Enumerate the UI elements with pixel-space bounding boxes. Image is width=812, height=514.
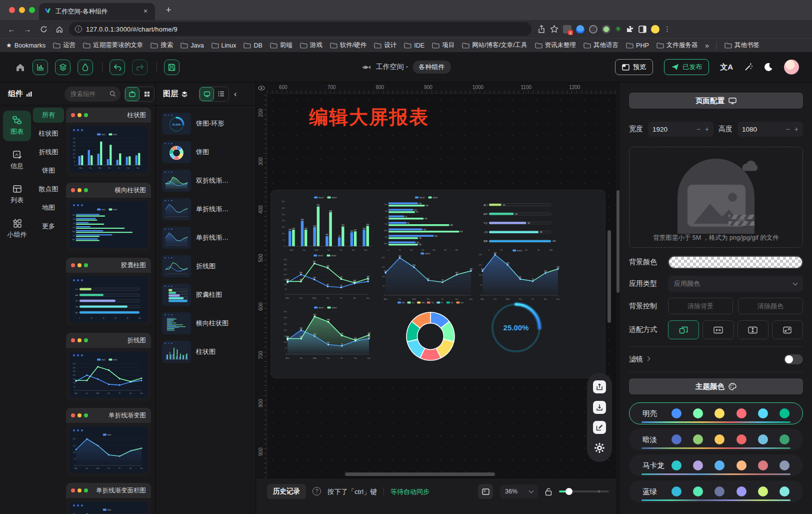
bookmarks-overflow-button[interactable]: » — [705, 42, 709, 50]
bookmark-folder[interactable]: 文件服务器 — [656, 41, 698, 50]
theme-row-明亮[interactable]: 明亮 — [629, 402, 803, 424]
bookmark-folder[interactable]: 软件/硬件 — [330, 41, 366, 50]
bookmark-folder[interactable]: 其他语言 — [584, 41, 618, 50]
new-tab-button[interactable]: + — [162, 4, 175, 17]
bookmark-folder[interactable]: 运营 — [53, 41, 76, 50]
grid-view-toggle[interactable] — [140, 87, 154, 101]
component-card[interactable]: 柱状图data1data2050100150200250300350MonTue… — [66, 108, 151, 176]
chart-horizontal-bar[interactable]: data1data2Sun130160Sat110117Fri70155Thu8… — [381, 195, 473, 251]
filter-toggle[interactable] — [784, 354, 803, 364]
layer-item[interactable]: 单折线渐… — [156, 223, 256, 252]
height-minus-button[interactable]: − — [786, 125, 790, 133]
import-button[interactable] — [593, 401, 606, 414]
bookmark-folder[interactable]: 网站/博客/文章/工具 — [462, 41, 527, 50]
bookmark-folder[interactable]: 设计 — [374, 41, 396, 50]
share-icon[interactable] — [538, 25, 546, 34]
single-view-toggle[interactable] — [125, 87, 140, 101]
chart-line[interactable]: data1data2050100150200250300350120200150… — [280, 253, 371, 299]
layer-item[interactable]: 饼图 — [156, 138, 256, 166]
browser-menu-icon[interactable]: ⋮ — [664, 25, 671, 33]
lock-icon[interactable] — [545, 487, 552, 496]
undo-button[interactable] — [110, 60, 125, 75]
component-card[interactable]: 单折线渐变图data1050100150200MonTueWedThuFriSa… — [66, 408, 151, 476]
vertical-scrollbar[interactable] — [608, 230, 611, 323]
extension-pin-icon[interactable] — [576, 25, 584, 34]
browser-tab[interactable]: 工作空间-各种组件 × — [39, 3, 155, 20]
dark-mode-moon-icon[interactable] — [764, 63, 773, 72]
bookmark-folder[interactable]: Linux — [212, 41, 236, 50]
save-button[interactable] — [164, 60, 180, 75]
thumbnail-view-toggle[interactable] — [200, 87, 214, 101]
height-input[interactable] — [742, 126, 768, 133]
theme-row-暗淡[interactable]: 暗淡 — [629, 428, 803, 450]
chart-line-gradient[interactable]: data10501001502001202001508070110130MonT… — [378, 251, 474, 300]
site-info-icon[interactable]: i — [75, 26, 82, 33]
edit-button[interactable] — [593, 421, 606, 434]
minimize-window-button[interactable] — [19, 7, 25, 13]
layer-item[interactable]: 胶囊柱图 — [156, 280, 256, 309]
chart-ring-progress[interactable]: 25.00% — [488, 299, 544, 356]
fit-width-button[interactable] — [702, 320, 734, 339]
bookmark-folder[interactable]: IDE — [404, 41, 424, 50]
chart-line-area[interactable]: data10501001502001202001508070110130MonT… — [475, 248, 561, 300]
clear-color-button[interactable]: 清除颜色 — [738, 298, 803, 314]
layer-item[interactable]: 双折线渐… — [156, 166, 256, 195]
chart-bar[interactable]: data1data2050100150200250300350120200150… — [278, 195, 374, 251]
chart-dual-area[interactable]: data1data2050100150200250300350120200150… — [280, 305, 372, 359]
user-avatar[interactable] — [784, 60, 799, 75]
layer-item[interactable]: 25.00%饼图-环形 — [156, 109, 256, 138]
zoom-slider-knob[interactable] — [566, 488, 572, 495]
extension-dark-icon[interactable] — [589, 25, 598, 34]
chart-pie[interactable]: MonTueWedThuFriSatSun — [391, 300, 470, 366]
component-card[interactable]: 胶囊柱图厦门南阳北京上海新疆020406080100 — [66, 258, 151, 326]
category-更多[interactable]: 更多 — [33, 219, 64, 234]
workspace-badge[interactable]: 各种组件 — [412, 61, 450, 74]
app-type-select[interactable]: 应用颜色 — [668, 276, 803, 292]
translate-icon[interactable]: 文A — [720, 63, 733, 72]
horizontal-scrollbar[interactable] — [345, 472, 495, 476]
category-地图[interactable]: 地图 — [33, 200, 64, 215]
export-button[interactable] — [593, 380, 606, 393]
bookmark-folder[interactable]: 搜索 — [150, 41, 173, 50]
layers-mode-button[interactable] — [55, 60, 70, 75]
close-window-button[interactable] — [9, 7, 15, 13]
bookmarks-manager[interactable]: ★ Bookmarks — [6, 42, 46, 49]
extensions-puzzle-icon[interactable] — [626, 25, 634, 33]
app-home-icon[interactable] — [15, 63, 26, 72]
home-icon[interactable] — [53, 23, 66, 36]
height-plus-button[interactable]: + — [794, 125, 798, 133]
back-icon[interactable]: ← — [5, 23, 18, 36]
profile-avatar[interactable] — [651, 25, 660, 34]
list-view-toggle[interactable] — [214, 87, 228, 101]
theme-row-蓝绿[interactable]: 蓝绿 — [629, 480, 803, 502]
component-card[interactable]: 单折线渐变面积图data1050100150200MonTueWedThuFri… — [66, 483, 151, 514]
sidebar-tab-widget[interactable]: 小组件 — [3, 214, 31, 244]
eye-icon[interactable] — [258, 86, 265, 91]
dashboard-preview[interactable]: data1data2050100150200250300350120200150… — [271, 190, 605, 378]
sidebar-toggle-icon[interactable] — [638, 26, 646, 33]
extension-star-icon[interactable]: ✳ — [615, 25, 622, 34]
reload-icon[interactable] — [37, 23, 50, 36]
magic-wand-icon[interactable] — [744, 63, 753, 72]
panel-scrollbar-thumb[interactable] — [616, 190, 620, 293]
layer-item[interactable]: 单折线渐… — [156, 195, 256, 223]
bookmark-folder[interactable]: PHP — [626, 41, 649, 50]
fit-height-button[interactable] — [738, 320, 768, 339]
chart-capsule[interactable]: 厦门20南阳40北京60上海80新疆100020406080100 — [477, 196, 560, 251]
sidebar-tab-chart[interactable]: 图表 — [3, 111, 31, 141]
bookmark-star-icon[interactable] — [550, 25, 558, 33]
bookmark-folder[interactable]: 近期需要读的文章 — [83, 41, 143, 50]
bookmark-folder[interactable]: DB — [244, 41, 262, 50]
layer-item[interactable]: 柱状图 — [156, 337, 256, 366]
category-饼图[interactable]: 饼图 — [33, 163, 64, 178]
component-card[interactable]: 横向柱状图data1data2SunSatFriThuWedTueMon — [66, 183, 151, 251]
screen-title-text[interactable]: 编辑大屏报表 — [309, 105, 429, 130]
bookmark-folder[interactable]: 项目 — [432, 41, 454, 50]
zoom-select[interactable]: 36% — [500, 484, 538, 498]
editor-canvas[interactable]: 6007008009001000110012001300 20030040050… — [256, 83, 616, 514]
zoom-slider[interactable] — [559, 490, 609, 492]
other-bookmarks-folder[interactable]: 其他书签 — [724, 41, 760, 50]
clear-background-button[interactable]: 清除背景 — [668, 298, 733, 314]
category-所有[interactable]: 所有 — [33, 108, 64, 123]
category-柱状图[interactable]: 柱状图 — [33, 126, 64, 141]
